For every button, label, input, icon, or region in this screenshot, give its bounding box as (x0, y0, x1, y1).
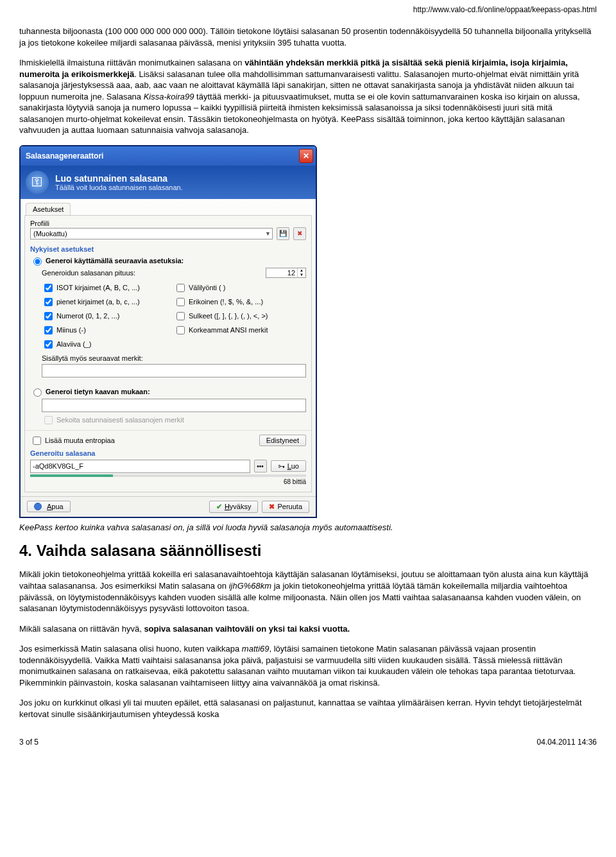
paragraph-4d: Jos joku on kurkkinut olkasi yli tai muu… (19, 697, 597, 720)
chk-special-label: Erikoinen (!, $, %, &, ...) (189, 298, 263, 306)
italic-text: matti69 (242, 644, 270, 654)
close-icon: ✕ (303, 151, 309, 160)
group-current-settings: Nykyiset asetukset (30, 245, 306, 253)
page-url: http://www.valo-cd.fi/online/oppaat/keep… (19, 5, 597, 14)
text: Mikäli salasana on riittävän hyvä, (19, 624, 144, 634)
chk-special[interactable] (176, 298, 185, 306)
banner-title: Luo satunnainen salasana (55, 173, 183, 184)
tab-body: Profiili (Muokattu) ▼ 💾 ✖ Nykyiset asetu… (24, 215, 312, 492)
close-button[interactable]: ✕ (299, 149, 313, 163)
advanced-button[interactable]: Edistyneet (259, 435, 306, 446)
text: Ihmiskielellä ilmaistuna riittävän monim… (19, 58, 244, 67)
profile-label: Profiili (30, 220, 306, 227)
paragraph-1: tuhannesta biljoonasta (100 000 000 000 … (19, 26, 597, 48)
toggle-mask-button[interactable]: ••• (254, 460, 267, 472)
chk-minus[interactable] (44, 326, 53, 334)
save-profile-button[interactable]: 💾 (277, 227, 289, 240)
chk-underscore-label: Alaviiva (_) (56, 340, 91, 348)
text: Jos esimerkissä Matin salasana olisi huo… (19, 644, 242, 654)
tab-settings[interactable]: Asetukset (26, 203, 71, 215)
strength-bits: 68 bittiä (30, 478, 306, 485)
profile-combobox[interactable]: (Muokattu) ▼ (30, 228, 273, 239)
chk-ansi-label: Korkeammat ANSI merkit (189, 326, 268, 334)
chk-upper[interactable] (44, 284, 53, 292)
key-icon: ⚿ (26, 171, 49, 194)
radio-use-settings[interactable] (33, 257, 42, 266)
delete-icon: ✖ (297, 230, 302, 237)
radio-use-settings-label: Generoi käyttämällä seuraavia asetuksia: (46, 257, 184, 264)
chevron-down-icon: ▼ (265, 230, 271, 237)
generate-button[interactable]: 🗝 Luo (271, 460, 306, 472)
chk-minus-label: Miinus (-) (56, 326, 86, 334)
dialog-banner: ⚿ Luo satunnainen salasana Täällä voit l… (21, 166, 316, 199)
also-include-label: Sisällytä myös seuraavat merkit: (42, 354, 143, 362)
save-icon: 💾 (279, 230, 287, 237)
chk-digits[interactable] (44, 312, 53, 320)
password-generator-dialog: Salasanageneraattori ✕ ⚿ Luo satunnainen… (19, 145, 317, 518)
dialog-titlebar[interactable]: Salasanageneraattori ✕ (21, 146, 316, 166)
pattern-input (42, 399, 306, 412)
strength-bar (30, 474, 306, 477)
chk-lower-label: pienet kirjaimet (a, b, c, ...) (56, 298, 140, 306)
length-spinner[interactable]: 12 ▲ ▼ (266, 268, 306, 278)
cancel-button[interactable]: ✖ Peruuta (262, 501, 309, 513)
paragraph-4a: Mikäli jokin tietokoneohjelma yrittää ko… (19, 569, 597, 614)
bold-text: sopiva salasanan vaihtoväli on yksi tai … (144, 624, 350, 634)
chk-digits-label: Numerot (0, 1, 2, ...) (56, 312, 119, 320)
italic-text: Kissa-koira99 (144, 92, 194, 101)
help-button[interactable]: Apua (27, 501, 71, 512)
check-icon: ✔ (216, 503, 222, 511)
dialog-title: Salasanageneraattori (26, 151, 103, 160)
mask-icon: ••• (257, 463, 264, 470)
generated-password-field[interactable] (30, 460, 250, 473)
chk-entropy[interactable] (33, 437, 41, 445)
italic-text: ijhG%68km (229, 581, 271, 591)
page-number: 3 of 5 (19, 738, 38, 747)
generate-button-label: Luo (287, 462, 299, 470)
page-footer: 3 of 5 04.04.2011 14:36 (0, 735, 616, 749)
group-generated: Generoitu salasana (30, 449, 306, 457)
radio-pattern-label: Generoi tietyn kaavan mukaan: (46, 388, 150, 395)
ok-button[interactable]: ✔ Hyväksy (209, 501, 259, 513)
length-value: 12 (266, 268, 297, 277)
paragraph-4c: Jos esimerkissä Matin salasana olisi huo… (19, 643, 597, 688)
cancel-icon: ✖ (269, 503, 275, 511)
spinner-up-icon[interactable]: ▲ (298, 268, 305, 273)
length-label: Generoidun salasanan pituus: (42, 269, 135, 277)
chk-lower[interactable] (44, 298, 53, 306)
chk-ansi[interactable] (176, 326, 185, 334)
help-icon (34, 503, 42, 510)
chk-shuffle-label: Sekoita satunnaisesti salasanojen merkit (56, 416, 184, 424)
image-caption: KeePass kertoo kuinka vahva salasanasi o… (19, 522, 597, 533)
chk-entropy-label: Lisää muuta entropiaa (45, 437, 115, 444)
chk-space[interactable] (176, 284, 185, 292)
delete-profile-button[interactable]: ✖ (293, 227, 306, 240)
page-timestamp: 04.04.2011 14:36 (537, 738, 597, 747)
dialog-footer: Apua ✔ Hyväksy ✖ Peruuta (21, 496, 316, 517)
chk-underscore[interactable] (44, 340, 53, 349)
chk-upper-label: ISOT kirjaimet (A, B, C, ...) (56, 284, 140, 291)
chk-brackets-label: Sulkeet ([, ], {, }, (, ), <, >) (189, 312, 268, 320)
also-include-input[interactable] (42, 364, 306, 377)
paragraph-2: Ihmiskielellä ilmaistuna riittävän monim… (19, 57, 597, 136)
spinner-down-icon[interactable]: ▼ (298, 273, 305, 277)
strength-fill (30, 474, 113, 477)
chk-space-label: Välilyönti ( ) (189, 284, 225, 291)
key-icon: 🗝 (278, 462, 285, 470)
banner-subtitle: Täällä voit luoda satunnaisen salasanan. (55, 184, 183, 191)
chk-brackets[interactable] (176, 312, 185, 320)
heading-4: 4. Vaihda salasana säännöllisesti (19, 542, 597, 560)
chk-shuffle (44, 416, 53, 424)
radio-pattern[interactable] (33, 388, 42, 397)
profile-value: (Muokattu) (33, 230, 67, 238)
paragraph-4b: Mikäli salasana on riittävän hyvä, sopiv… (19, 623, 597, 635)
